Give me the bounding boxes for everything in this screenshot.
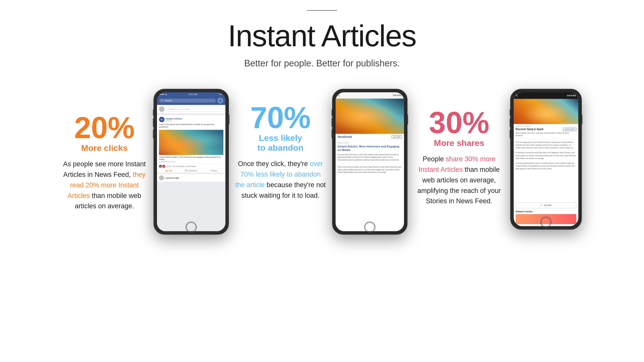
stat-3-label: More shares [414,138,504,148]
stat-1-desc: As people see more Instant Articles in N… [62,159,147,212]
phone-2-vol-up-btn [332,118,333,127]
phone-1-post-input: Whats on your mind? [157,105,225,114]
phone-3-share-icon: ↗ [540,204,542,207]
phone-1-post-caption: Instant Articles provides a more immersi… [159,155,223,164]
phone-3-body-2: In countries around the world, like Indi… [516,151,576,160]
phone-1-share-btn[interactable]: ↗ Share [209,170,217,172]
phone-2-home-btn[interactable] [364,222,375,233]
phone-1-nav: 🔍 Search 👤 [157,96,225,105]
phone-1-post-image [159,130,223,155]
phone-1-commenter-name: Lawrence Mak [165,177,179,179]
phone-1: ●●●● ▲ 9:41 AM 77% 🔍 Search 👤 [153,89,229,235]
phone-1-post-card: IA Instant Articles 22 mins Learn more a… [157,115,225,173]
phone-1-power-btn [228,114,229,125]
phone-2-fb-wordmark: facebook [338,135,352,139]
phone-2-screen: < SHARE facebook 👍 LIKE [336,92,404,231]
phone-3-vol-up-btn [510,118,511,127]
phone-1-comments: 7.9K Comments [172,166,184,167]
phone-2-hero-bg [336,99,404,134]
phone-2-like-icon: 👍 [393,136,396,138]
phone-1-home-inner [187,223,196,232]
phone-1-commenter-avatar [159,175,164,180]
phone-col-2: < SHARE facebook 👍 LIKE [331,89,409,235]
phone-3-shop-btn[interactable]: SHOP NOW [563,128,576,131]
phone-1-vol-down-btn [153,130,154,138]
phone-2-article-body-2: We've found that as people see more Inst… [338,166,402,174]
phone-col-1: ●●●● ▲ 9:41 AM 77% 🔍 Search 👤 [152,89,230,235]
phone-2-hero-image [336,99,404,134]
phone-1-reactions: 👍 ❤ 32.6K 7.9K Comments 11.3K Shares [159,164,223,169]
phone-2-silent-btn [332,109,333,116]
phone-1-silent-btn [153,109,154,116]
main-title: Instant Articles [228,18,416,53]
phone-1-post-avatar: IA [159,117,165,122]
phone-1-status-icons: ●●●● ▲ [159,93,167,96]
phone-3: < SHARE SPRIG & SPARK Discover Sprig & S… [510,89,582,230]
phone-2-fb-badge: facebook 👍 LIKE [336,134,404,140]
phone-1-like-icon: 👍 [159,165,162,168]
phone-3-body-3: As more people get their news on mobile … [516,162,576,170]
phone-1-actions: 👍 Like 💬 Comment ↗ Share [159,169,223,173]
phone-2-article-content: April 12, 2016 Instant Articles: More Im… [336,140,404,231]
phone-1-profile-icon[interactable]: 👤 [217,98,223,104]
phone-3-power-btn [581,114,582,125]
main-layout: 20% More clicks As people see more Insta… [0,89,644,235]
phone-1-post-time: 22 mins [166,120,182,122]
phone-3-nav-bar: < SHARE [514,92,578,99]
phone-3-ad-product: Discover Sprig & Spark [516,128,563,131]
header-divider [307,10,337,11]
phone-3-ad-tagline: New arrivals are here. Like you need ano… [516,132,576,137]
phone-1-search-text: Search [165,99,172,102]
phone-1-post-header: IA Instant Articles 22 mins [159,117,223,122]
phone-3-home-btn[interactable] [540,217,551,228]
phone-1-likes: 32.6K [166,166,171,167]
phone-3-hero-image [514,99,578,124]
phone-2-home-inner [365,223,374,232]
stat-1-label: More clicks [62,143,147,153]
phone-1-search-bar[interactable]: 🔍 Search [159,99,216,103]
phone-3-silent-btn [510,109,511,116]
phone-3-screen: < SHARE SPRIG & SPARK Discover Sprig & S… [514,92,578,226]
phone-1-user-avatar [159,106,165,112]
phone-3-content: < SHARE SPRIG & SPARK Discover Sprig & S… [514,92,578,226]
phone-2-power-btn [407,114,408,125]
phone-col-3: < SHARE SPRIG & SPARK Discover Sprig & S… [509,89,582,230]
phone-1-home-btn[interactable] [186,222,197,233]
phone-1-like-btn[interactable]: 👍 Like [165,170,172,172]
phone-1-comment-area: Lawrence Mak [157,173,225,182]
phone-1-reaction-icons: 👍 ❤ [159,165,165,168]
phone-1-time: 9:41 AM [189,93,197,96]
phone-1-search-icon: 🔍 [161,99,164,102]
phone-3-related-label: Related Articles [516,210,576,213]
phone-2-back-btn[interactable]: < [338,93,340,97]
phone-2-nav-bar: < SHARE [336,92,404,99]
phone-1-post-image-inner [159,130,223,155]
phone-3-ad-card: SPRIG & SPARK Discover Sprig & Spark SHO… [514,124,578,139]
phone-2: < SHARE facebook 👍 LIKE [332,89,408,235]
stat-1-number: 20% [62,114,147,141]
phone-1-screen: ●●●● ▲ 9:41 AM 77% 🔍 Search 👤 [157,92,225,231]
phone-3-home-inner [541,218,550,227]
phone-2-like-text: LIKE [396,136,400,138]
phone-2-share-btn[interactable]: SHARE [393,94,402,97]
phone-2-article-title: Instant Articles: More Immersive and Eng… [338,145,402,152]
stat-3-desc: People share 30% more Instant Articles t… [414,154,504,207]
stat-col-2: 70% Less likelyto abandon Once they clic… [235,89,326,201]
phone-3-share-btn[interactable]: SHARE [567,94,576,97]
phone-1-vol-up-btn [153,118,154,127]
phone-2-vol-down-btn [332,130,333,138]
stat-2-label: Less likelyto abandon [235,133,326,153]
phone-3-back-btn[interactable]: < [516,93,518,98]
phone-2-article-body-1: At every step of the way, we see clear e… [338,153,402,162]
page-container: Instant Articles Better for people. Bett… [0,0,644,362]
phone-2-like-badge[interactable]: 👍 LIKE [392,135,402,138]
phone-1-post-text: Learn more about how Instant Articles is… [159,123,223,129]
phone-3-share-btn-large[interactable]: ↗ SHARE [516,202,576,208]
subtitle: Better for people. Better for publishers… [244,58,400,69]
phone-1-love-icon: ❤ [162,165,165,168]
phone-1-post-placeholder[interactable]: Whats on your mind? [166,107,223,111]
phone-3-hero-bg [514,99,578,124]
phone-1-status-bar: ●●●● ▲ 9:41 AM 77% [157,92,225,96]
stat-col-1: 20% More clicks As people see more Insta… [62,89,147,212]
phone-1-comment-btn[interactable]: 💬 Comment [185,170,197,172]
